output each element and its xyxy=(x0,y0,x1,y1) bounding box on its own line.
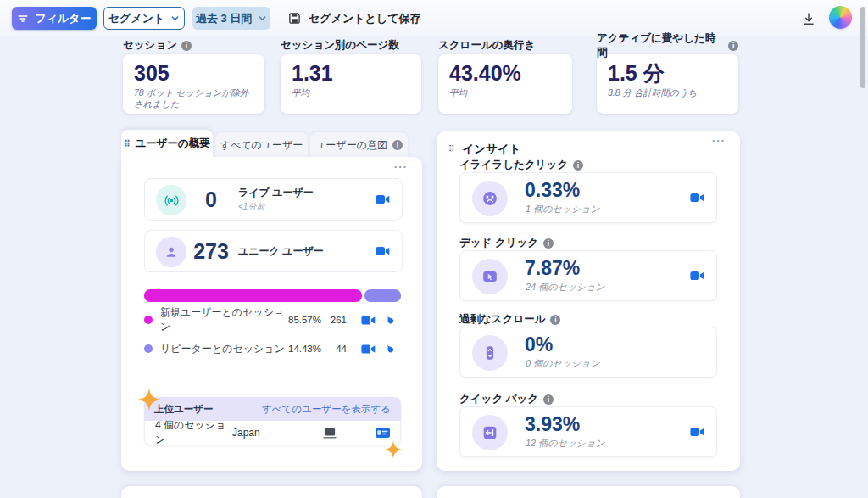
dead-clicks-value: 7.87% xyxy=(525,257,580,280)
info-icon[interactable] xyxy=(392,140,403,150)
tab-user-intent-label: ユーザーの意図 xyxy=(315,138,387,153)
watch-recordings-icon[interactable] xyxy=(690,193,704,204)
metric-active-time-label: アクティブに費やした時間 xyxy=(597,31,724,60)
metric-pages-label: セッション別のページ数 xyxy=(281,38,399,53)
excessive-scroll-card[interactable]: 0% 0 個のセッション xyxy=(459,327,717,378)
rage-click-icon xyxy=(472,181,508,216)
drag-handle-icon[interactable]: ⠿ xyxy=(448,145,454,154)
top-users-title: 上位ユーザー xyxy=(154,403,214,416)
scrollbar[interactable] xyxy=(860,7,865,88)
top-users-header: 上位ユーザー すべてのユーザーを表示する xyxy=(144,397,401,421)
top-user-sessions: 4 個のセッション xyxy=(155,418,232,445)
metric-scroll-depth: スクロールの奥行き 43.40% 平均 xyxy=(438,38,572,114)
rage-clicks-label: イライラしたクリック xyxy=(459,158,568,172)
view-all-users-link[interactable]: すべてのユーザーを表示する xyxy=(262,403,391,416)
filter-icon xyxy=(17,13,29,25)
rage-clicks-card[interactable]: 0.33% 1 個のセッション xyxy=(459,172,717,223)
metric-pages-value: 1.31 xyxy=(292,61,410,86)
live-users-label: ライブ ユーザー xyxy=(238,186,314,200)
top-user-row[interactable]: 4 個のセッション Japan xyxy=(144,421,401,445)
dead-clicks-label: デッド クリック xyxy=(459,236,538,250)
insights-panel: ⠿ インサイト ⋯ イライラしたクリック 0.33% 1 個のセッション xyxy=(437,131,740,471)
returning-users-dot-icon xyxy=(144,344,153,353)
more-options-button[interactable]: ⋯ xyxy=(393,159,409,175)
download-icon xyxy=(798,12,819,26)
excessive-scroll-sessions: 0 個のセッション xyxy=(526,357,600,370)
copilot-icon[interactable] xyxy=(829,6,852,29)
quick-back-value: 3.93% xyxy=(525,413,580,436)
unique-users-label: ユニーク ユーザー xyxy=(238,244,324,259)
info-icon[interactable] xyxy=(543,238,554,249)
legend-row-new-users: 新規ユーザーとのセッション 85.57% 261 xyxy=(144,311,401,329)
tab-user-intent[interactable]: ユーザーの意図 xyxy=(310,132,408,158)
excessive-scroll-icon xyxy=(472,335,508,371)
filter-button-label: フィルター xyxy=(35,11,91,26)
quick-back-sessions: 12 個のセッション xyxy=(526,437,605,450)
save-segment-label: セグメントとして保存 xyxy=(309,11,420,26)
sparkle-icon xyxy=(136,387,162,416)
excessive-scroll-value: 0% xyxy=(525,333,553,356)
watch-recordings-icon[interactable] xyxy=(376,194,390,205)
info-icon[interactable] xyxy=(550,315,560,325)
new-users-dot-icon xyxy=(144,316,153,324)
save-segment-button[interactable]: セグメントとして保存 xyxy=(288,7,420,30)
click-filter-icon[interactable] xyxy=(377,309,402,331)
laptop-icon xyxy=(300,428,359,439)
toolbar: フィルター セグメント 過去 3 日間 セグメントとして保存 xyxy=(0,0,868,36)
metric-card: 43.40% 平均 xyxy=(438,54,572,114)
legend-percent: 14.43% xyxy=(288,344,321,354)
metric-scroll-label: スクロールの奥行き xyxy=(438,38,535,53)
next-panel-stub xyxy=(437,486,740,498)
dead-click-icon xyxy=(472,259,508,294)
metric-active-time: アクティブに費やした時間 1.5 分 3.8 分 合計時間のうち xyxy=(597,38,738,114)
more-options-button[interactable]: ⋯ xyxy=(711,132,726,148)
info-icon[interactable] xyxy=(181,41,192,51)
rage-clicks-sessions: 1 個のセッション xyxy=(526,203,600,215)
legend-count: 261 xyxy=(321,315,347,325)
insights-title: インサイト xyxy=(462,142,520,157)
watch-recordings-icon[interactable] xyxy=(357,344,379,355)
metric-sessions: セッション 305 78 ボット セッションが除外されました xyxy=(123,38,264,114)
download-button[interactable] xyxy=(798,8,819,29)
metric-sessions-value: 305 xyxy=(134,61,253,86)
drag-handle-icon[interactable]: ⠿ xyxy=(124,140,130,148)
watch-recordings-icon[interactable] xyxy=(357,315,379,326)
watch-recordings-icon[interactable] xyxy=(376,246,390,257)
info-icon[interactable] xyxy=(543,394,554,405)
new-vs-returning-bar xyxy=(144,289,401,302)
user-id-badge-icon[interactable] xyxy=(359,428,390,438)
dead-clicks-label-row: デッド クリック xyxy=(459,236,554,250)
click-filter-icon[interactable] xyxy=(377,338,402,360)
date-range-dropdown[interactable]: 過去 3 日間 xyxy=(192,7,270,30)
metric-card: 1.5 分 3.8 分 合計時間のうち xyxy=(597,54,738,114)
clarity-dashboard: フィルター セグメント 過去 3 日間 セグメントとして保存 xyxy=(0,0,868,498)
tab-user-overview-label: ユーザーの概要 xyxy=(135,137,209,151)
metric-active-time-value: 1.5 分 xyxy=(608,61,727,86)
legend-label: リピーターとのセッション xyxy=(160,342,288,356)
metric-sessions-subtitle: 78 ボット セッションが除外されました xyxy=(134,87,253,110)
quick-back-card[interactable]: 3.93% 12 個のセッション xyxy=(459,406,717,457)
tab-user-overview[interactable]: ⠿ ユーザーの概要 xyxy=(121,130,213,158)
rage-clicks-value: 0.33% xyxy=(525,179,580,202)
metric-active-time-subtitle: 3.8 分 合計時間のうち xyxy=(608,87,727,99)
date-range-label: 過去 3 日間 xyxy=(196,11,252,26)
info-icon[interactable] xyxy=(573,160,583,171)
watch-recordings-icon[interactable] xyxy=(690,271,704,282)
dead-clicks-card[interactable]: 7.87% 24 個のセッション xyxy=(459,250,717,301)
unique-users-value: 273 xyxy=(189,239,233,264)
metric-scroll-value: 43.40% xyxy=(449,61,561,86)
segment-dropdown-label: セグメント xyxy=(108,11,165,26)
unique-users-card: 273 ユニーク ユーザー xyxy=(144,230,403,272)
watch-recordings-icon[interactable] xyxy=(690,427,704,438)
excessive-scroll-label-row: 過剰なスクロール xyxy=(459,312,560,327)
info-icon[interactable] xyxy=(728,41,738,51)
segment-dropdown[interactable]: セグメント xyxy=(103,7,185,30)
excessive-scroll-label: 過剰なスクロール xyxy=(459,312,545,327)
top-user-country: Japan xyxy=(232,427,300,439)
quick-back-label-row: クイック バック xyxy=(459,392,554,406)
filter-button[interactable]: フィルター xyxy=(12,7,97,30)
quick-back-icon xyxy=(472,415,508,450)
top-users-section: 上位ユーザー すべてのユーザーを表示する 4 個のセッション Japan xyxy=(144,397,401,445)
user-icon xyxy=(156,237,186,267)
tab-all-users[interactable]: すべてのユーザー xyxy=(215,132,308,158)
